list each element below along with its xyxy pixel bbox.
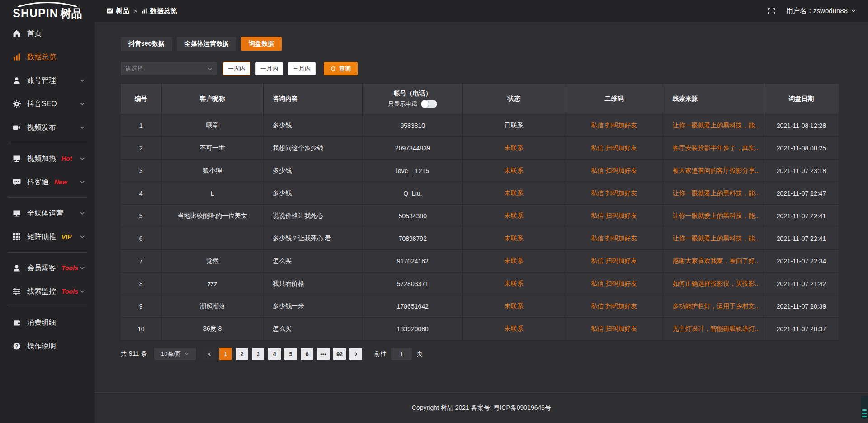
sidebar-item-data-overview[interactable]: 数据总览 [0,45,95,69]
cell-source-link[interactable]: 感谢大家喜欢我家，被问了好... [663,250,764,272]
cell-account: 178651642 [363,295,463,317]
date-range-group: 一周内一月内三月内 [223,62,316,75]
page-button-2[interactable]: 2 [236,348,248,360]
sidebar-item-operation-guide[interactable]: ?操作说明 [0,334,95,358]
cell-qrcode-link[interactable]: 私信 扫码加好友 [565,318,664,340]
header-cell-3: 帐号（电话）只显示电话 [363,84,463,114]
toggle-knob [421,100,429,108]
sidebar-item-douketong[interactable]: 抖客通New [0,170,95,194]
table-row: 6多少钱？让我死心 看70898792未联系私信 扫码加好友让你一眼就爱上的黑科… [121,227,839,250]
cell-qrcode-link[interactable]: 私信 扫码加好友 [565,227,664,249]
cell-qrcode-link[interactable]: 私信 扫码加好友 [565,160,664,182]
sidebar-item-douyin-seo[interactable]: 抖音SEO [0,92,95,116]
sidebar-item-consume-detail[interactable]: 消费明细 [0,311,95,334]
page-button-92[interactable]: 92 [333,348,346,360]
cell-account: 9583810 [363,114,463,136]
cell-date: 2021-11-07 22:34 [764,250,839,272]
page-size-label: 10条/页 [161,350,181,358]
account-column-title: 帐号（电话） [394,89,432,98]
video-icon [13,123,21,132]
chevron-down-icon [80,179,85,185]
fullscreen-icon[interactable] [768,7,775,15]
cell-source-link[interactable]: 让你一眼就爱上的黑科技，能... [663,182,764,204]
sidebar-item-badge: VIP [61,233,72,240]
cell-source-link[interactable]: 客厅安装投影半年多了，真实... [663,137,764,159]
sidebar-item-account-manage[interactable]: 账号管理 [0,69,95,92]
page-size-select[interactable]: 10条/页 [154,348,196,360]
cell-status: 未联系 [463,227,565,249]
table-header-row: 编号客户昵称咨询内容帐号（电话）只显示电话状态二维码线索来源询盘日期 [121,84,839,114]
page-button-5[interactable]: 5 [284,348,297,360]
goto-suffix: 页 [416,350,423,358]
page-button-3[interactable]: 3 [252,348,264,360]
tab-media-operation-data[interactable]: 全媒体运营数据 [177,37,236,51]
cell-content: 多少钱？让我死心 看 [264,227,363,249]
sidebar-item-member-burst[interactable]: 会员爆客Tools [0,256,95,280]
sidebar-divider [8,252,87,253]
cell-status: 未联系 [463,273,565,295]
cell-date: 2021-11-07 22:47 [764,182,839,204]
cell-content: 多少钱一米 [264,295,363,317]
cell-qrcode-link[interactable]: 私信 扫码加好友 [565,295,664,317]
sidebar-item-home[interactable]: 首页 [0,22,95,45]
sidebar-item-label: 视频发布 [27,123,56,132]
range-button-2[interactable]: 一月内 [255,62,283,75]
cell-qrcode-link[interactable]: 私信 扫码加好友 [565,250,664,272]
cell-source-link[interactable]: 让你一眼就爱上的黑科技，能... [663,205,764,227]
cell-nickname [162,227,264,249]
goto-page-input[interactable] [391,348,412,360]
cell-source-link[interactable]: 无主灯设计，智能磁吸轨道灯... [663,318,764,340]
cell-source-link[interactable]: 被大家追着问的客厅投影分享... [663,160,764,182]
tab-inquiry-data[interactable]: 询盘数据 [241,37,282,51]
cell-source-link[interactable]: 多功能护栏灯，适用于乡村文... [663,295,764,317]
sidebar-item-matrix-boost[interactable]: 矩阵助推VIP [0,225,95,249]
page-button-4[interactable]: 4 [268,348,281,360]
sidebar-item-media-operation[interactable]: 全媒体运营 [0,202,95,225]
prev-page-button[interactable] [203,348,216,360]
sidebar-item-badge: New [54,179,67,186]
floating-widget[interactable] [861,396,868,419]
cell-nickname: L [162,182,264,204]
table-row: 4L多少钱Q_Liu.未联系私信 扫码加好友让你一眼就爱上的黑科技，能...20… [121,182,839,205]
cell-source-link[interactable]: 如何正确选择投影仪，买投影... [663,273,764,295]
svg-text:?: ? [15,343,18,349]
cell-qrcode-link[interactable]: 私信 扫码加好友 [565,182,664,204]
range-button-1[interactable]: 一周内 [223,62,250,75]
monitor-icon [13,155,21,163]
tab-douyin-seo-data[interactable]: 抖音seo数据 [121,37,172,51]
cell-content: 多少钱 [264,160,363,182]
breadcrumb-app[interactable]: 树品 [107,7,129,15]
bar-chart-icon [141,8,147,14]
cell-qrcode-link[interactable]: 私信 扫码加好友 [565,137,664,159]
inquiry-table: 编号客户昵称咨询内容帐号（电话）只显示电话状态二维码线索来源询盘日期1哦章多少钱… [121,84,839,341]
table-row: 3狐小狸多少钱love__1215未联系私信 扫码加好友被大家追着问的客厅投影分… [121,160,839,182]
cell-qrcode-link[interactable]: 私信 扫码加好友 [565,205,664,227]
cell-source-link[interactable]: 让你一眼就爱上的黑科技，能... [663,114,764,136]
cell-source-link[interactable]: 让你一眼就爱上的黑科技，能... [663,227,764,249]
chevron-down-icon [80,101,85,107]
cell-status: 未联系 [463,295,565,317]
sidebar-item-video-publish[interactable]: 视频发布 [0,116,95,139]
sidebar-item-video-heat[interactable]: 视频加热Hot [0,147,95,170]
breadcrumb-page[interactable]: 数据总览 [141,7,177,15]
phone-only-toggle[interactable] [421,100,437,108]
chevron-down-icon [80,265,85,271]
page-button-6[interactable]: 6 [301,348,313,360]
cell-qrcode-link[interactable]: 私信 扫码加好友 [565,273,664,295]
page-ellipsis-button[interactable]: ••• [317,348,330,360]
cell-qrcode-link[interactable]: 私信 扫码加好友 [565,114,664,136]
cell-nickname: 当地比较能吃的一位美女 [162,205,264,227]
range-button-3[interactable]: 三月内 [288,62,316,75]
sidebar-item-clue-monitor[interactable]: 线索监控Tools [0,280,95,303]
next-page-button[interactable] [349,348,362,360]
account-select[interactable]: 请选择 [121,62,217,75]
question-icon: ? [13,342,21,350]
page-button-1[interactable]: 1 [219,348,232,360]
filter-bar: 请选择 一周内一月内三月内 查询 [121,62,839,75]
sidebar-item-label: 首页 [27,29,42,38]
chevron-left-icon [207,352,212,357]
phone-toggle-label: 只显示电话 [388,100,417,108]
cell-account: 183929060 [363,318,463,340]
user-menu[interactable]: 用户名：zswodun88 [786,7,856,15]
query-button[interactable]: 查询 [324,62,358,75]
